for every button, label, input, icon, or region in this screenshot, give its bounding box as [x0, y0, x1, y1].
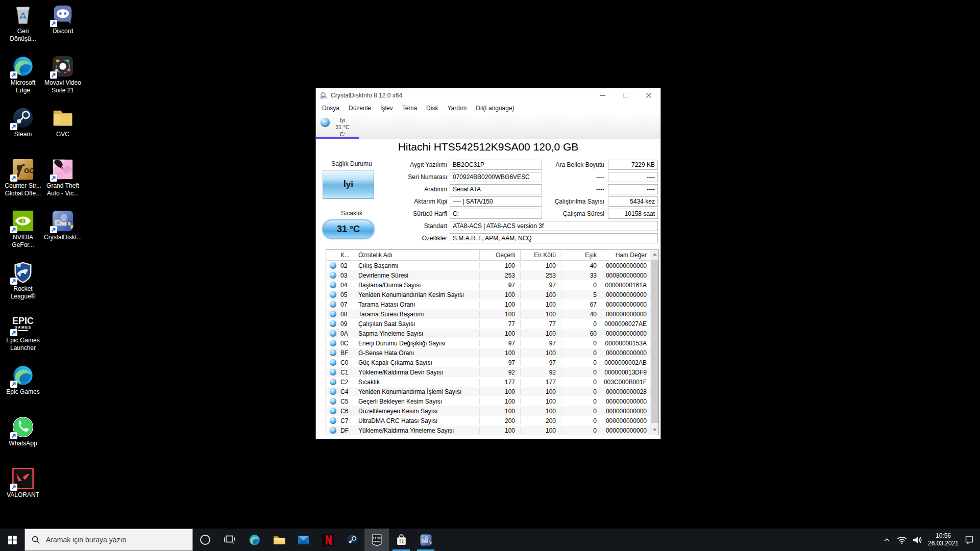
desktop-icon-csgo[interactable]: GOCounter-Str...Global Offe...: [3, 158, 43, 209]
cortana-button[interactable]: [193, 529, 217, 551]
scroll-down-icon[interactable]: [650, 425, 659, 434]
desktop-icon-epic[interactable]: EPICGAMESEpic GamesLauncher: [3, 312, 43, 364]
desktop-icon-valorant[interactable]: VALORANT: [3, 467, 43, 518]
field-value-box: ----: [608, 184, 658, 194]
desktop-icon-edge[interactable]: Epic Games: [3, 364, 43, 415]
temperature-button[interactable]: 31 °C: [322, 219, 375, 239]
smart-row-07[interactable]: 07Tarama Hatası Oranı1001006700000000000…: [326, 299, 658, 309]
desktop-icon-steam[interactable]: Steam: [3, 106, 43, 158]
smart-cell-name: Tarama Süresi Başarımı: [356, 311, 479, 318]
smart-header-raw[interactable]: Ham Değer: [602, 250, 651, 260]
smart-header-name[interactable]: Öznitelik Adı: [356, 250, 479, 260]
menu-item-dosya[interactable]: Dosya: [317, 103, 344, 114]
smart-cell-th: 0: [561, 427, 602, 434]
smart-row-C5[interactable]: C5Geçerli Bekleyen Kesim Sayısı100100000…: [326, 396, 658, 406]
desktop-icon-edge[interactable]: MicrosoftEdge: [3, 55, 43, 106]
smart-cell-name: Tarama Hatası Oranı: [356, 301, 479, 308]
start-button[interactable]: [0, 529, 24, 551]
smart-row-05[interactable]: 05Yeniden Konumlandırılan Kesim Sayısı10…: [326, 290, 658, 299]
smart-cell-cur: 100: [479, 349, 520, 357]
smart-row-04[interactable]: 04Başlama/Durma Sayısı9797000000000161A: [326, 280, 658, 290]
smart-table-scrollbar[interactable]: [650, 250, 658, 434]
taskbar-app-explorer[interactable]: [266, 529, 291, 551]
menu-item-yard-m[interactable]: Yardım: [443, 103, 471, 114]
smart-header-cur[interactable]: Geçerli: [479, 250, 520, 260]
taskbar-app-netflix[interactable]: [315, 529, 340, 551]
action-center-icon[interactable]: [962, 529, 977, 551]
smart-table-header: K...Öznitelik AdıGeçerliEn KötüEşikHam D…: [326, 250, 658, 261]
desktop-icon-label: Epic Games: [6, 388, 39, 396]
menu-item-i-lev[interactable]: İşlev: [376, 103, 398, 114]
smart-cell-worst: 100: [520, 330, 561, 337]
status-sphere-icon: [330, 320, 336, 327]
smart-row-02[interactable]: 02Çıkış Başarımı10010040000000000000: [326, 261, 658, 270]
smart-row-C0[interactable]: C0Güç Kapalı Çıkarma Sayısı9797000000000…: [326, 358, 658, 367]
field-value-box: 070924BB0200WBG6VESC: [450, 172, 542, 182]
smart-header-id[interactable]: K...: [339, 250, 356, 260]
scroll-up-icon[interactable]: [650, 250, 659, 259]
wifi-icon[interactable]: [894, 529, 910, 551]
smart-row-C1[interactable]: C1Yükleme/Kaldırma Devir Sayısı929200000…: [326, 367, 658, 377]
field-value-box: ---- | SATA/150: [450, 196, 542, 207]
health-status-button[interactable]: İyi: [323, 170, 374, 199]
smart-row-C2[interactable]: C2Sıcaklık1771770003C000B001F: [326, 377, 658, 387]
smart-cell-worst: 100: [520, 291, 561, 298]
taskbar-clock[interactable]: 10:56 26.03.2021: [925, 532, 962, 547]
desktop-icon-movavi[interactable]: Movavi VideoSuite 21: [43, 55, 83, 106]
status-sphere-icon: [330, 398, 336, 405]
cortana-icon: [199, 534, 211, 546]
smart-row-C7[interactable]: C7UltraDMA CRC Hatası Sayısı200200000000…: [326, 416, 658, 425]
smart-row-C4[interactable]: C4Yeniden Konumlandırma İşlemi Sayısı100…: [326, 387, 658, 396]
minimize-button[interactable]: [592, 88, 615, 103]
desktop-icon-nvidia[interactable]: NVIDIAGeFor...: [3, 209, 43, 261]
menu-item-tema[interactable]: Tema: [398, 103, 422, 114]
desktop-icon-recycle-bin[interactable]: GeriDönüşü...: [3, 3, 43, 55]
smart-cell-raw: 000000000000: [602, 301, 651, 308]
window-titlebar[interactable]: CrystalDiskInfo 8.12.0 x64: [316, 88, 660, 103]
csgo-icon: GO: [11, 158, 35, 181]
smart-row-03[interactable]: 03Devirlenme Süresi25325333000800000000: [326, 270, 658, 280]
taskbar-app-steam[interactable]: [340, 529, 364, 551]
close-button[interactable]: [638, 88, 660, 103]
smart-header-worst[interactable]: En Kötü: [520, 250, 561, 260]
taskbar-app-edge[interactable]: [242, 529, 266, 551]
desktop-icon-crystaldiskinfo[interactable]: CrystalDiskI...: [43, 209, 83, 261]
smart-row-08[interactable]: 08Tarama Süresi Başarımı1001004000000000…: [326, 309, 658, 319]
smart-cell-id: 0C: [339, 340, 356, 347]
menu-item-d-zenle[interactable]: Düzenle: [344, 103, 376, 114]
smart-cell-worst: 100: [520, 408, 561, 415]
menu-item-dil-language-[interactable]: Dil(Language): [471, 103, 519, 114]
taskbar-app-mail[interactable]: [291, 529, 315, 551]
desktop-icon-rocket-league[interactable]: RocketLeague®: [3, 261, 43, 312]
drive-tab-c[interactable]: İyi 31 °C C:: [316, 114, 359, 139]
taskbar-app-crystaldiskinfo[interactable]: [413, 529, 438, 551]
smart-row-0C[interactable]: 0CEnerji Durumu Değişikliği Sayısı979700…: [326, 338, 658, 348]
shortcut-arrow-icon: [10, 174, 17, 182]
system-tray: 10:56 26.03.2021: [879, 529, 980, 551]
smart-row-C6[interactable]: C6Düzeltilemeyen Kesim Sayısı10010000000…: [326, 406, 658, 416]
desktop-icon-discord[interactable]: Discord: [43, 3, 83, 55]
smart-cell-name: Sıcaklık: [356, 379, 479, 386]
taskbar-app-epic[interactable]: EPICGAMES: [364, 529, 389, 551]
status-sphere-icon: [330, 369, 336, 375]
smart-row-BF[interactable]: BFG-Sense Hata Oranı1001000000000000000: [326, 348, 658, 358]
scrollbar-thumb[interactable]: [651, 260, 658, 423]
search-input[interactable]: [46, 536, 184, 544]
smart-row-0A[interactable]: 0ASapma Yineleme Sayısı10010060000000000…: [326, 329, 658, 338]
menu-item-disk[interactable]: Disk: [422, 103, 443, 114]
smart-cell-th: 0: [561, 349, 602, 357]
smart-cell-name: UltraDMA CRC Hatası Sayısı: [356, 417, 479, 424]
volume-icon[interactable]: [910, 529, 925, 551]
smart-row-09[interactable]: 09Çalışılan Saat Sayısı777700000000027AE: [326, 319, 658, 329]
taskbar-search-box[interactable]: [24, 529, 193, 551]
maximize-button[interactable]: [615, 88, 638, 103]
taskbar-app-store[interactable]: [389, 529, 413, 551]
tray-chevron-up-icon[interactable]: [879, 529, 894, 551]
smart-row-DF[interactable]: DFYükleme/Kaldırma Yineleme Sayısı100100…: [326, 425, 658, 435]
task-view-button[interactable]: [217, 529, 242, 551]
desktop-icon-gta[interactable]: Grand TheftAuto - Vic...: [43, 158, 83, 209]
smart-cell-id: 07: [339, 301, 356, 308]
smart-header-th[interactable]: Eşik: [561, 250, 602, 260]
desktop-icon-whatsapp[interactable]: WhatsApp: [3, 415, 43, 467]
desktop-icon-folder[interactable]: GVC: [43, 106, 83, 158]
